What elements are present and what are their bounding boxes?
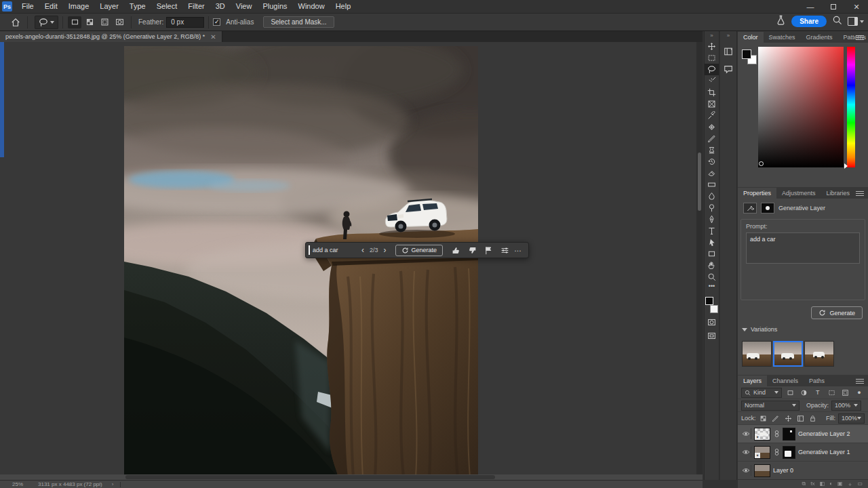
- fill-dropdown[interactable]: 100%: [838, 413, 865, 424]
- rectangular-marquee-tool[interactable]: [705, 52, 719, 64]
- thumbs-down-icon[interactable]: [464, 243, 480, 258]
- saturation-brightness-field[interactable]: [758, 47, 844, 167]
- tab-paths[interactable]: Paths: [804, 375, 830, 386]
- eraser-tool[interactable]: [705, 167, 719, 179]
- menu-plugins[interactable]: Plugins: [257, 0, 292, 13]
- more-options-icon[interactable]: …: [513, 245, 526, 256]
- tab-gradients[interactable]: Gradients: [801, 32, 838, 43]
- new-layer-icon[interactable]: ＋: [847, 481, 852, 488]
- gradient-tool[interactable]: [705, 179, 719, 190]
- menu-type[interactable]: Type: [124, 0, 151, 13]
- share-button[interactable]: Share: [791, 16, 827, 27]
- feather-input[interactable]: 0 px: [166, 17, 204, 28]
- home-icon[interactable]: [8, 16, 23, 29]
- menu-edit[interactable]: Edit: [39, 0, 63, 13]
- color-field-marker[interactable]: [759, 161, 764, 166]
- hue-slider-marker[interactable]: [844, 163, 848, 169]
- panel-collapse-handle[interactable]: »: [720, 31, 736, 41]
- layer-effects-icon[interactable]: fx: [810, 481, 814, 488]
- adjustment-layer-icon[interactable]: ◐: [829, 481, 833, 488]
- layer-thumbnail[interactable]: ✦: [754, 446, 770, 459]
- blur-tool[interactable]: [705, 190, 719, 202]
- type-tool[interactable]: [705, 225, 719, 237]
- layer-mask-thumbnail[interactable]: [783, 446, 795, 459]
- foreground-background-colors[interactable]: [705, 296, 719, 314]
- panel-menu-icon[interactable]: [856, 379, 864, 384]
- menu-layer[interactable]: Layer: [94, 0, 124, 13]
- beta-flask-icon[interactable]: [776, 15, 786, 28]
- variation-thumbnail-3[interactable]: [804, 341, 834, 367]
- zoom-tool[interactable]: [705, 271, 719, 283]
- filter-pixel-layers-icon[interactable]: [785, 388, 795, 398]
- minimize-button[interactable]: —: [799, 0, 822, 14]
- clone-stamp-tool[interactable]: [705, 144, 719, 156]
- generate-button[interactable]: Generate: [811, 306, 863, 319]
- hand-tool[interactable]: [705, 260, 719, 271]
- dodge-tool[interactable]: [705, 202, 719, 214]
- filter-smart-objects-icon[interactable]: [840, 388, 850, 398]
- layer-name[interactable]: Layer 0: [773, 467, 793, 474]
- maximize-button[interactable]: [822, 0, 845, 14]
- crop-tool[interactable]: [705, 87, 719, 98]
- link-layers-icon[interactable]: ⧉: [802, 481, 806, 488]
- menu-window[interactable]: Window: [293, 0, 330, 13]
- layer-thumbnail[interactable]: [754, 464, 770, 477]
- panel-menu-icon[interactable]: [856, 191, 864, 196]
- horizontal-scrollbar-thumb[interactable]: [125, 475, 495, 479]
- layer-row-generative-layer-1[interactable]: ✦ Generative Layer 1: [738, 443, 868, 462]
- status-expand-icon[interactable]: ›: [112, 481, 114, 487]
- toolbar-collapse-handle[interactable]: »: [705, 31, 719, 41]
- path-selection-tool[interactable]: [705, 237, 719, 248]
- menu-help[interactable]: Help: [330, 0, 357, 13]
- document-image[interactable]: [124, 46, 478, 477]
- background-color-swatch[interactable]: [710, 305, 718, 313]
- add-mask-icon[interactable]: ◧: [819, 481, 825, 488]
- previous-variation-button[interactable]: ‹: [357, 243, 368, 258]
- tab-properties[interactable]: Properties: [738, 188, 776, 199]
- tab-libraries[interactable]: Libraries: [821, 188, 856, 199]
- filter-toggle-icon[interactable]: ●: [854, 388, 865, 398]
- anti-alias-checkbox[interactable]: ✓: [213, 18, 220, 26]
- lock-artboard-icon[interactable]: [795, 413, 805, 424]
- active-tool-preset[interactable]: [35, 16, 58, 29]
- document-tab[interactable]: pexels-angelo-duranti-3512848.jpg @ 25% …: [0, 31, 222, 42]
- search-icon[interactable]: [832, 15, 842, 28]
- layer-name[interactable]: Generative Layer 1: [798, 449, 850, 455]
- visibility-eye-icon[interactable]: [741, 447, 751, 458]
- layer-row-generative-layer-2[interactable]: ✦ Generative Layer 2: [738, 425, 868, 443]
- tab-layers[interactable]: Layers: [738, 375, 767, 386]
- tab-color[interactable]: Color: [738, 32, 764, 43]
- tab-channels[interactable]: Channels: [767, 375, 804, 386]
- menu-file[interactable]: File: [16, 0, 39, 13]
- collapsed-panel-icon[interactable]: [720, 45, 736, 58]
- lasso-tool[interactable]: [705, 64, 719, 75]
- visibility-eye-icon[interactable]: [741, 428, 751, 439]
- zoom-level[interactable]: 25%: [12, 481, 23, 487]
- hue-slider[interactable]: [847, 47, 855, 167]
- rectangle-tool[interactable]: [705, 248, 719, 260]
- move-tool[interactable]: [705, 41, 719, 52]
- filter-shape-layers-icon[interactable]: [826, 388, 837, 398]
- lock-position-icon[interactable]: [783, 413, 793, 424]
- pen-tool[interactable]: [705, 214, 719, 225]
- eyedropper-tool[interactable]: [705, 110, 719, 121]
- new-group-icon[interactable]: ▣: [837, 481, 843, 488]
- subtract-selection-mode-button[interactable]: [98, 16, 111, 28]
- select-and-mask-button[interactable]: Select and Mask...: [263, 16, 334, 28]
- generate-button[interactable]: Generate: [395, 245, 443, 256]
- filter-type-layers-icon[interactable]: T: [812, 388, 823, 398]
- foreground-color-swatch[interactable]: [705, 297, 713, 305]
- vertical-scrollbar-thumb[interactable]: [698, 152, 701, 211]
- variations-header[interactable]: Variations: [742, 326, 777, 333]
- canvas-area[interactable]: add a car ‹ 2/3 › Generate …: [0, 42, 703, 480]
- thumbs-up-icon[interactable]: [448, 243, 464, 258]
- next-variation-button[interactable]: ›: [380, 243, 391, 258]
- prompt-input[interactable]: add a car: [313, 247, 357, 253]
- tab-adjustments[interactable]: Adjustments: [776, 188, 821, 199]
- variation-thumbnail-1[interactable]: [742, 341, 772, 367]
- new-selection-mode-button[interactable]: [68, 16, 81, 28]
- lock-pixels-icon[interactable]: [771, 413, 781, 424]
- report-flag-icon[interactable]: [480, 243, 496, 258]
- menu-3d[interactable]: 3D: [210, 0, 231, 13]
- lock-transparency-icon[interactable]: [759, 413, 768, 424]
